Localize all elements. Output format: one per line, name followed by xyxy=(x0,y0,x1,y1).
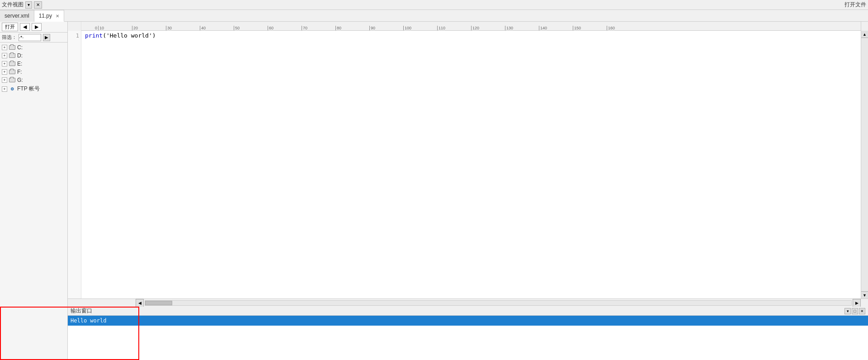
keyword-print: print xyxy=(85,32,103,39)
ruler-mark-0: 0 xyxy=(95,26,97,30)
expand-f-icon[interactable]: + xyxy=(2,69,7,75)
expand-c-icon[interactable]: + xyxy=(2,45,7,50)
close-title-button[interactable]: ✕ xyxy=(34,1,42,9)
h-scroll-track[interactable] xyxy=(145,300,852,306)
line-num-1: 1 xyxy=(68,32,79,40)
output-title: 输出窗口 xyxy=(71,307,92,315)
nav-prev-button[interactable]: ◀ xyxy=(20,23,30,31)
tree-label-c: C: xyxy=(17,44,23,51)
nav-next-button[interactable]: ▶ xyxy=(32,23,42,31)
h-scroll-right-button[interactable]: ▶ xyxy=(853,299,861,307)
ruler-mark-140: 140 xyxy=(539,26,573,30)
sidebar: 打开 ◀ ▶ 筛选： ▶ + C: + D: + E: xyxy=(0,22,68,307)
tree-item-f[interactable]: + F: xyxy=(1,68,66,76)
output-pin-button[interactable]: ▾ xyxy=(844,308,851,314)
output-text-hello: Hello world xyxy=(68,317,109,324)
pin-button[interactable]: ▾ xyxy=(25,1,32,9)
title-bar: 文件视图 ▾ ✕ 打开文件 xyxy=(0,0,868,10)
sidebar-bottom xyxy=(0,307,68,360)
editor-area: 0 10 20 30 40 50 60 70 80 90 100 xyxy=(68,22,868,307)
ruler-mark-60: 60 xyxy=(268,26,302,30)
ruler-mark-160: 160 xyxy=(607,26,641,30)
tab-11py-close[interactable]: ✕ xyxy=(56,14,59,19)
ruler-ticks: 10 20 30 40 50 60 70 80 90 100 110 120 1… xyxy=(98,26,641,30)
sidebar-filter: 筛选： ▶ xyxy=(0,33,67,43)
title-bar-label: 文件视图 xyxy=(2,1,24,9)
expand-d-icon[interactable]: + xyxy=(2,53,7,58)
tree-item-d[interactable]: + D: xyxy=(1,52,66,60)
code-area[interactable]: 1 print('Hello world') xyxy=(68,31,861,298)
ruler-mark-50: 50 xyxy=(234,26,268,30)
output-row-hello[interactable]: Hello world xyxy=(68,316,868,326)
output-controls: ▾ □ ✕ xyxy=(844,308,865,314)
code-scroll-wrapper: 1 print('Hello world') ▲ ▼ xyxy=(68,31,868,298)
ruler-mark-110: 110 xyxy=(437,26,471,30)
main-content: 打开 ◀ ▶ 筛选： ▶ + C: + D: + E: xyxy=(0,22,868,307)
tab-bar: server.xml 11.py ✕ xyxy=(0,10,868,22)
ruler: 0 10 20 30 40 50 60 70 80 90 100 xyxy=(81,22,861,31)
v-scroll-down-button[interactable]: ▼ xyxy=(861,291,868,298)
tree-item-ftp[interactable]: + ⚙ FTP 帐号 xyxy=(1,84,66,94)
sidebar-toolbar: 打开 ◀ ▶ xyxy=(0,22,67,33)
output-close-button[interactable]: ✕ xyxy=(859,308,865,314)
ruler-mark-30: 30 xyxy=(166,26,200,30)
code-paren-close: ) xyxy=(152,32,156,39)
tab-11py[interactable]: 11.py ✕ xyxy=(34,10,64,22)
expand-ftp-icon[interactable]: + xyxy=(2,86,7,92)
code-content[interactable]: print('Hello world') xyxy=(81,31,861,298)
ftp-icon: ⚙ xyxy=(9,86,16,92)
output-panel: 输出窗口 ▾ □ ✕ Hello world xyxy=(68,307,868,360)
line-numbers: 1 xyxy=(68,31,81,298)
v-scroll-up-button[interactable]: ▲ xyxy=(861,31,868,38)
drive-f-icon xyxy=(9,69,16,75)
tree-label-e: E: xyxy=(17,61,22,67)
h-scroll-thumb[interactable] xyxy=(145,301,172,305)
tree-area: + C: + D: + E: + F: + G: xyxy=(0,43,67,307)
output-content: Hello world xyxy=(68,316,868,360)
tree-label-f: F: xyxy=(17,69,22,75)
ruler-mark-130: 130 xyxy=(505,26,539,30)
tree-label-g: G: xyxy=(17,77,23,83)
tab-11py-label: 11.py xyxy=(39,13,52,19)
filter-apply-button[interactable]: ▶ xyxy=(43,34,50,41)
ruler-mark-40: 40 xyxy=(200,26,234,30)
h-scroll-left-button[interactable]: ◀ xyxy=(136,299,144,307)
ruler-spacer xyxy=(68,22,81,31)
filter-label: 筛选： xyxy=(2,34,17,41)
drive-d-icon xyxy=(9,53,16,58)
v-scrollbar[interactable]: ▲ ▼ xyxy=(861,31,868,298)
ruler-right-spacer xyxy=(861,22,868,31)
drive-e-icon xyxy=(9,61,16,66)
output-float-button[interactable]: □ xyxy=(852,308,858,314)
tab-server-xml[interactable]: server.xml xyxy=(0,10,34,22)
code-string: 'Hello world' xyxy=(106,32,152,39)
open-file-label: 打开文件 xyxy=(844,1,866,9)
ruler-mark-100: 100 xyxy=(403,26,437,30)
tab-server-xml-label: server.xml xyxy=(5,13,29,19)
expand-g-icon[interactable]: + xyxy=(2,77,7,83)
bottom-panel-wrapper: 输出窗口 ▾ □ ✕ Hello world xyxy=(0,307,868,360)
h-scrollbar[interactable]: ◀ ▶ xyxy=(68,298,868,307)
expand-e-icon[interactable]: + xyxy=(2,61,7,66)
ruler-mark-70: 70 xyxy=(302,26,335,30)
drive-c-icon xyxy=(9,45,16,50)
ruler-marks: 0 10 20 30 40 50 60 70 80 90 100 xyxy=(81,26,861,30)
filter-input[interactable] xyxy=(19,34,41,41)
open-button[interactable]: 打开 xyxy=(2,23,18,31)
tree-label-d: D: xyxy=(17,52,23,59)
ruler-mark-80: 80 xyxy=(335,26,369,30)
tree-item-e[interactable]: + E: xyxy=(1,60,66,68)
tree-label-ftp: FTP 帐号 xyxy=(17,85,40,93)
code-paren-open: ( xyxy=(103,32,106,39)
output-title-bar: 输出窗口 ▾ □ ✕ xyxy=(68,307,868,316)
ruler-mark-10: 10 xyxy=(98,26,132,30)
bottom-panel: 输出窗口 ▾ □ ✕ Hello world xyxy=(0,307,868,360)
ruler-mark-150: 150 xyxy=(573,26,607,30)
tree-item-c[interactable]: + C: xyxy=(1,43,66,52)
ruler-mark-90: 90 xyxy=(369,26,403,30)
drive-g-icon xyxy=(9,77,16,83)
ruler-mark-20: 20 xyxy=(132,26,166,30)
v-scroll-track[interactable] xyxy=(861,38,868,291)
tree-item-g[interactable]: + G: xyxy=(1,76,66,84)
ruler-mark-120: 120 xyxy=(471,26,505,30)
